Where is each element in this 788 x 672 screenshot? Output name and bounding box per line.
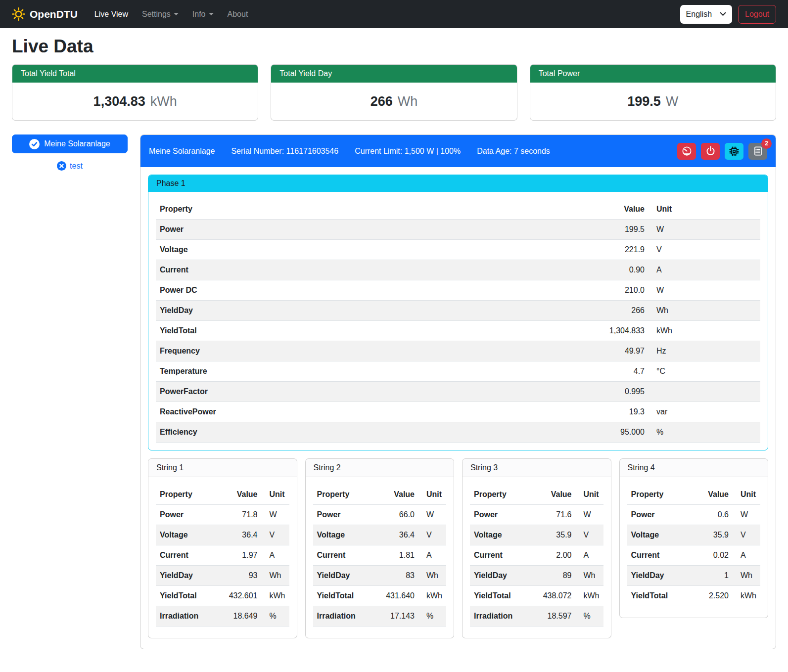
property-cell: YieldDay — [470, 566, 535, 586]
property-cell: Voltage — [470, 525, 535, 545]
column-header-property: Property — [470, 485, 535, 505]
summary-card-total-power: Total Power 199.5 W — [530, 64, 776, 121]
sidebar-item-test[interactable]: test — [12, 161, 128, 171]
unit-cell: V — [733, 525, 760, 545]
unit-cell: V — [262, 525, 289, 545]
power-icon — [705, 146, 716, 156]
value-cell: 66.0 — [378, 505, 418, 525]
phase-table: Property Value Unit Power199.5WVoltage22… — [156, 199, 760, 443]
property-cell: Irradiation — [313, 606, 378, 627]
table-row: YieldDay266Wh — [156, 301, 760, 321]
value-cell: 35.9 — [692, 525, 733, 545]
value-cell: 438.072 — [535, 586, 576, 606]
unit-cell: kWh — [649, 321, 760, 341]
inverter-sidebar: Meine Solaranlage test — [12, 134, 128, 171]
table-row: Power DC210.0W — [156, 280, 760, 301]
table-row: Frequency49.97Hz — [156, 341, 760, 361]
property-cell: YieldDay — [627, 566, 693, 586]
value-cell: 17.143 — [378, 606, 418, 627]
value-cell: 0.02 — [692, 545, 733, 566]
nav-item-live-view[interactable]: Live View — [89, 6, 134, 23]
unit-cell: kWh — [262, 586, 289, 606]
table-row: YieldTotal1,304.833kWh — [156, 321, 760, 341]
inverter-card-header: Meine Solaranlage Serial Number: 1161716… — [140, 135, 776, 167]
string-card-2: String 2 Property Value Unit — [305, 458, 455, 638]
x-circle-icon — [57, 161, 66, 171]
power-button[interactable] — [701, 143, 720, 160]
unit-cell: Wh — [418, 566, 446, 586]
brand-link[interactable]: OpenDTU — [12, 7, 78, 21]
language-select[interactable]: English — [680, 5, 732, 24]
summary-card-title: Total Yield Total — [12, 65, 258, 83]
string-card-title: String 1 — [148, 459, 297, 477]
nav-item-about[interactable]: About — [222, 6, 254, 23]
value-cell: 0.90 — [582, 260, 649, 280]
nav-item-info[interactable]: Info — [186, 6, 220, 23]
property-cell: YieldDay — [313, 566, 378, 586]
table-row: Efficiency95.000% — [156, 422, 760, 443]
column-header-value: Value — [692, 485, 733, 505]
value-cell: 1.81 — [378, 545, 418, 566]
value-cell: 4.7 — [582, 361, 649, 382]
brand-text: OpenDTU — [30, 8, 78, 20]
value-cell: 210.0 — [582, 280, 649, 301]
table-row: Current1.97A — [156, 545, 289, 566]
property-cell: Power — [313, 505, 378, 525]
value-cell: 199.5 — [582, 220, 649, 240]
inverter-serial: Serial Number: 116171603546 — [231, 147, 338, 156]
table-row: Irradiation17.143% — [313, 606, 447, 627]
property-cell: Current — [627, 545, 693, 566]
property-cell: Current — [156, 260, 582, 280]
column-header-property: Property — [313, 485, 378, 505]
property-cell: Voltage — [627, 525, 693, 545]
value-cell: 93 — [221, 566, 262, 586]
summary-card-unit: kWh — [150, 94, 177, 109]
table-row: YieldTotal438.072kWh — [470, 586, 603, 606]
language-selected-value: English — [686, 10, 712, 19]
value-cell: 0.995 — [582, 382, 649, 402]
property-cell: Power DC — [156, 280, 582, 301]
journal-icon — [753, 146, 763, 156]
summary-card-total-yield-day: Total Yield Day 266 Wh — [271, 64, 517, 121]
chevron-down-icon — [720, 12, 726, 16]
property-cell: YieldTotal — [156, 321, 582, 341]
table-row: PowerFactor0.995 — [156, 382, 760, 402]
inverter-name: Meine Solaranlage — [149, 147, 215, 156]
logout-button[interactable]: Logout — [738, 5, 776, 24]
value-cell: 221.9 — [582, 240, 649, 260]
inverter-data-age: Data Age: 7 seconds — [477, 147, 550, 156]
table-row: YieldTotal431.640kWh — [313, 586, 447, 606]
table-row: Current2.00A — [470, 545, 603, 566]
unit-cell: % — [418, 606, 446, 627]
event-log-button[interactable]: 2 — [748, 143, 767, 160]
limit-settings-button[interactable] — [677, 143, 696, 160]
summary-cards-row: Total Yield Total 1,304.83 kWh Total Yie… — [12, 64, 776, 121]
column-header-property: Property — [156, 199, 582, 220]
value-cell: 36.4 — [378, 525, 418, 545]
unit-cell: kWh — [418, 586, 446, 606]
device-info-button[interactable] — [725, 143, 743, 160]
caret-down-icon — [174, 13, 179, 15]
string-table: Property Value Unit Power71.6WVoltage35.… — [470, 485, 603, 627]
summary-card-value: 1,304.83 — [93, 94, 145, 109]
page-title: Live Data — [12, 36, 776, 57]
unit-cell: W — [576, 505, 603, 525]
value-cell: 71.6 — [535, 505, 576, 525]
inverter-select-button[interactable]: Meine Solaranlage — [12, 134, 128, 153]
value-cell: 95.000 — [582, 422, 649, 443]
summary-card-total-yield-total: Total Yield Total 1,304.83 kWh — [12, 64, 258, 121]
value-cell: 1,304.833 — [582, 321, 649, 341]
check-circle-icon — [29, 139, 40, 149]
unit-cell: V — [649, 240, 760, 260]
nav-item-settings[interactable]: Settings — [136, 6, 185, 23]
property-cell: Current — [470, 545, 535, 566]
table-row: Power199.5W — [156, 220, 760, 240]
column-header-unit: Unit — [733, 485, 760, 505]
string-card-4: String 4 Property Value Unit — [619, 458, 769, 618]
unit-cell: °C — [649, 361, 760, 382]
unit-cell: W — [649, 280, 760, 301]
event-count-badge: 2 — [761, 138, 772, 149]
value-cell: 432.601 — [221, 586, 262, 606]
table-row: Temperature4.7°C — [156, 361, 760, 382]
nav-item-label: About — [228, 10, 248, 19]
